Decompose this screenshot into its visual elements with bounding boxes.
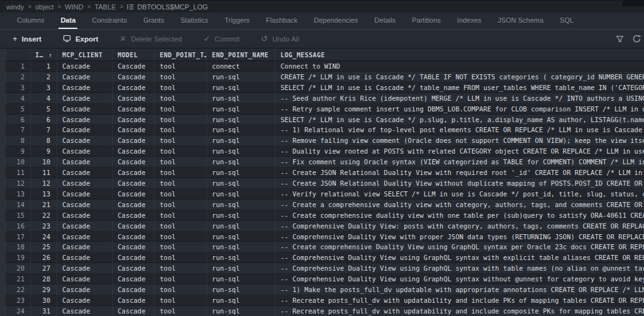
cell-end-point-type[interactable]: tool <box>154 263 206 274</box>
cell-model[interactable]: Cascade <box>112 242 154 252</box>
row-number-cell[interactable]: 11 <box>5 167 30 178</box>
table-row[interactable]: 1825CascadeCascadetoolrun-sql-- Create c… <box>0 242 644 252</box>
cell-mcp-client[interactable]: Cascade <box>57 232 112 242</box>
cell-mcp-client[interactable]: Cascade <box>57 167 112 178</box>
row-number-cell[interactable]: 6 <box>5 115 30 125</box>
cell-log-message[interactable]: -- Create JSON Relational Duality View w… <box>275 178 644 189</box>
cell-end-point-name[interactable]: run-sql <box>206 232 275 242</box>
tab-dependencies[interactable]: Dependencies <box>306 13 366 29</box>
cell-end-point-name[interactable]: run-sql <box>206 189 275 200</box>
cell-id[interactable]: 28 <box>30 274 57 285</box>
cell-log-message[interactable]: -- Create comprehensive duality view wit… <box>275 210 644 221</box>
cell-mcp-client[interactable]: Cascade <box>57 210 112 221</box>
table-row[interactable]: 2128CascadeCascadetoolrun-sql-- Comprehe… <box>0 274 644 285</box>
cell-mcp-client[interactable]: Cascade <box>57 178 112 189</box>
table-row[interactable]: 1522CascadeCascadetoolrun-sql-- Create c… <box>0 210 644 221</box>
cell-log-message[interactable]: -- Comprehensive Duality View with prope… <box>275 232 644 242</box>
cell-log-message[interactable]: SELECT /* LLM in use is Cascade */ p.slu… <box>275 115 644 125</box>
row-number-cell[interactable]: 20 <box>5 263 30 274</box>
row-number-cell[interactable]: 21 <box>5 274 30 285</box>
breadcrumb-table-name[interactable]: DBTOOLS$MCP_LOG <box>137 3 208 11</box>
cell-mcp-client[interactable]: Cascade <box>57 274 112 285</box>
cell-model[interactable]: Cascade <box>112 178 154 189</box>
cell-id[interactable]: 24 <box>30 232 57 242</box>
cell-end-point-name[interactable]: run-sql <box>206 295 275 306</box>
cell-log-message[interactable]: -- Seed author Kris Rice (idempotent) ME… <box>275 93 644 104</box>
cell-end-point-name[interactable]: run-sql <box>206 210 275 221</box>
cell-model[interactable]: Cascade <box>112 200 154 210</box>
breadcrumb-connection[interactable]: windy <box>6 3 24 11</box>
cell-end-point-type[interactable]: tool <box>154 93 206 104</box>
row-number-cell[interactable]: 16 <box>5 221 30 232</box>
tab-sql[interactable]: SQL <box>552 13 582 29</box>
cell-end-point-name[interactable]: run-sql <box>206 72 275 82</box>
cell-end-point-type[interactable]: tool <box>154 146 206 157</box>
table-row[interactable]: 55CascadeCascadetoolrun-sql-- Retry samp… <box>0 104 644 115</box>
cell-id[interactable]: 5 <box>30 104 57 115</box>
cell-end-point-name[interactable]: run-sql <box>206 263 275 274</box>
cell-end-point-type[interactable]: tool <box>154 104 206 115</box>
cell-mcp-client[interactable]: Cascade <box>57 61 112 72</box>
cell-log-message[interactable]: -- Remove failing view comment (Oracle d… <box>275 135 644 146</box>
row-number-cell[interactable]: 23 <box>5 295 30 306</box>
cell-model[interactable]: Cascade <box>112 295 154 306</box>
cell-model[interactable]: Cascade <box>112 157 154 167</box>
cell-model[interactable]: Cascade <box>112 135 154 146</box>
cell-end-point-type[interactable]: tool <box>154 61 206 72</box>
cell-mcp-client[interactable]: Cascade <box>57 146 112 157</box>
cell-end-point-type[interactable]: tool <box>154 285 206 295</box>
breadcrumb-object[interactable]: object <box>35 3 53 11</box>
table-row[interactable]: 1623CascadeCascadetoolrun-sql-- Comprehe… <box>0 221 644 232</box>
row-number-cell[interactable]: 13 <box>5 189 30 200</box>
cell-log-message[interactable]: -- Create comprehensive Duality View usi… <box>275 242 644 252</box>
cell-model[interactable]: Cascade <box>112 82 154 93</box>
column-header-log-message[interactable]: LOG_MESSAGE <box>275 49 644 60</box>
cell-model[interactable]: Cascade <box>112 274 154 285</box>
cell-log-message[interactable]: SELECT /* LLM in use is Cascade */ table… <box>275 82 644 93</box>
tab-partitions[interactable]: Partitions <box>404 13 449 29</box>
row-number-cell[interactable]: 14 <box>5 200 30 210</box>
cell-log-message[interactable]: -- Comprehensive Duality View using Grap… <box>275 263 644 274</box>
cell-id[interactable]: 11 <box>30 167 57 178</box>
cell-end-point-name[interactable]: run-sql <box>206 167 275 178</box>
cell-id[interactable]: 22 <box>30 210 57 221</box>
table-row[interactable]: 1111CascadeCascadetoolrun-sql-- Create J… <box>0 167 644 178</box>
cell-end-point-name[interactable]: run-sql <box>206 93 275 104</box>
cell-log-message[interactable]: -- 1) Make the posts_full_dv updatable w… <box>275 285 644 295</box>
cell-id[interactable]: 26 <box>30 252 57 263</box>
cell-log-message[interactable]: Connect to WIND <box>275 61 644 72</box>
cell-end-point-type[interactable]: tool <box>154 252 206 263</box>
row-number-cell[interactable]: 24 <box>5 306 30 316</box>
tab-grants[interactable]: Grants <box>135 13 172 29</box>
delete-selected-button[interactable]: ✕ Delete Selected <box>119 35 182 43</box>
cell-model[interactable]: Cascade <box>112 146 154 157</box>
cell-log-message[interactable]: CREATE /* LLM in use is Cascade */ TABLE… <box>275 72 644 82</box>
cell-model[interactable]: Cascade <box>112 285 154 295</box>
cell-end-point-type[interactable]: tool <box>154 125 206 135</box>
table-row[interactable]: 2027CascadeCascadetoolrun-sql-- Comprehe… <box>0 263 644 274</box>
cell-id[interactable]: 3 <box>30 82 57 93</box>
cell-log-message[interactable]: -- 1) Relational view of top-level post … <box>275 125 644 135</box>
table-row[interactable]: 33CascadeCascadetoolrun-sqlSELECT /* LLM… <box>0 82 644 93</box>
table-row[interactable]: 1421CascadeCascadetoolrun-sql-- Create a… <box>0 200 644 210</box>
cell-end-point-type[interactable]: tool <box>154 189 206 200</box>
cell-log-message[interactable]: -- Create JSON Relational Duality View w… <box>275 167 644 178</box>
cell-id[interactable]: 2 <box>30 72 57 82</box>
cell-end-point-type[interactable]: tool <box>154 221 206 232</box>
commit-button[interactable]: ✓ Commit <box>203 35 240 43</box>
row-number-cell[interactable]: 17 <box>5 232 30 242</box>
cell-end-point-type[interactable]: tool <box>154 115 206 125</box>
cell-mcp-client[interactable]: Cascade <box>57 82 112 93</box>
tab-flashback[interactable]: Flashback <box>258 13 306 29</box>
row-number-cell[interactable]: 18 <box>5 242 30 252</box>
cell-end-point-type[interactable]: tool <box>154 200 206 210</box>
cell-end-point-name[interactable]: run-sql <box>206 252 275 263</box>
tab-columns[interactable]: Columns <box>9 13 52 29</box>
row-number-cell[interactable]: 7 <box>5 125 30 135</box>
cell-end-point-name[interactable]: run-sql <box>206 274 275 285</box>
cell-end-point-type[interactable]: tool <box>154 210 206 221</box>
table-row[interactable]: 2431CascadeCascadetoolrun-sql-- Recreate… <box>0 306 644 316</box>
tab-constraints[interactable]: Constraints <box>84 13 135 29</box>
cell-log-message[interactable]: -- Duality view rooted at POSTS with rel… <box>275 146 644 157</box>
cell-id[interactable]: 30 <box>30 295 57 306</box>
